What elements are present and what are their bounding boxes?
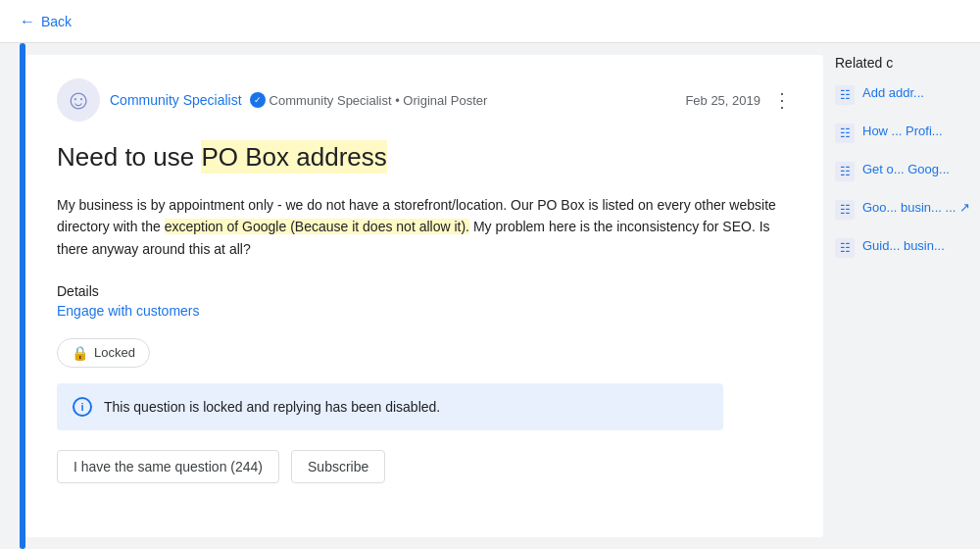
post-body-text: My business is by appointment only - we …	[57, 197, 776, 257]
avatar: ☺	[57, 78, 100, 122]
related-item-icon-5: ☷	[835, 238, 855, 258]
related-item-link-1[interactable]: Add addr...	[862, 84, 924, 102]
avatar-icon: ☺	[65, 84, 93, 116]
back-button[interactable]: ← Back	[20, 13, 72, 30]
related-item-link-3[interactable]: Get o... Goog...	[862, 161, 950, 178]
info-text: This question is locked and replying has…	[104, 399, 440, 415]
verified-badge-icon: ✓	[250, 92, 266, 108]
post-meta-right: Feb 25, 2019 ⋮	[685, 90, 792, 110]
related-header: Related c	[835, 55, 980, 71]
related-item-icon-2: ☷	[835, 124, 855, 143]
author-info: Community Specialist ✓ Community Special…	[110, 92, 487, 108]
post-date: Feb 25, 2019	[685, 93, 760, 108]
locked-badge: 🔒 Locked	[57, 338, 150, 368]
post-title-text1: Need to use	[57, 142, 201, 172]
related-item-link-4[interactable]: Goo... busin... ... ↗	[862, 199, 970, 217]
details-section: Details Engage with customers	[57, 283, 792, 319]
post-title: Need to use PO Box address	[57, 141, 792, 175]
related-item-link-2[interactable]: How ... Profi...	[862, 123, 943, 140]
related-item-3: ☷ Get o... Goog...	[835, 161, 980, 181]
related-item-icon-1: ☷	[835, 85, 855, 105]
top-bar: ← Back	[0, 0, 980, 43]
related-item-link-5[interactable]: Guid... busin...	[862, 237, 945, 255]
related-item-1: ☷ Add addr...	[835, 84, 980, 105]
post-container: ☺ Community Specialist ✓ Community Speci…	[25, 55, 823, 537]
post-header: ☺ Community Specialist ✓ Community Speci…	[57, 78, 792, 122]
info-icon: i	[73, 397, 92, 417]
right-sidebar: Related c ☷ Add addr... ☷ How ... Profi.…	[823, 43, 980, 549]
same-question-button[interactable]: I have the same question (244)	[57, 450, 279, 483]
author-details: Community Specialist ✓ Community Special…	[110, 92, 487, 108]
more-options-button[interactable]: ⋮	[772, 90, 792, 110]
subscribe-button[interactable]: Subscribe	[291, 450, 385, 483]
related-item-icon-3: ☷	[835, 162, 855, 181]
engage-with-customers-link[interactable]: Engage with customers	[57, 303, 200, 319]
author-badge-text: Community Specialist • Original Poster	[270, 93, 488, 108]
related-item-2: ☷ How ... Profi...	[835, 123, 980, 143]
back-label: Back	[41, 14, 72, 29]
post-author: ☺ Community Specialist ✓ Community Speci…	[57, 78, 487, 122]
back-arrow-icon: ←	[20, 13, 35, 30]
post-body: My business is by appointment only - we …	[57, 194, 792, 260]
related-item-icon-4: ☷	[835, 200, 855, 220]
related-item-4: ☷ Goo... busin... ... ↗	[835, 199, 980, 220]
actions-row: I have the same question (244) Subscribe	[57, 450, 792, 483]
lock-icon: 🔒	[72, 345, 88, 361]
locked-label: Locked	[94, 345, 135, 360]
related-item-5: ☷ Guid... busin...	[835, 237, 980, 258]
main-area: ☺ Community Specialist ✓ Community Speci…	[0, 43, 980, 549]
author-name[interactable]: Community Specialist	[110, 92, 242, 108]
post-title-highlight: PO Box address	[201, 140, 386, 174]
author-badge: ✓ Community Specialist • Original Poster	[250, 92, 488, 108]
details-label: Details	[57, 283, 792, 299]
info-box: i This question is locked and replying h…	[57, 383, 723, 430]
